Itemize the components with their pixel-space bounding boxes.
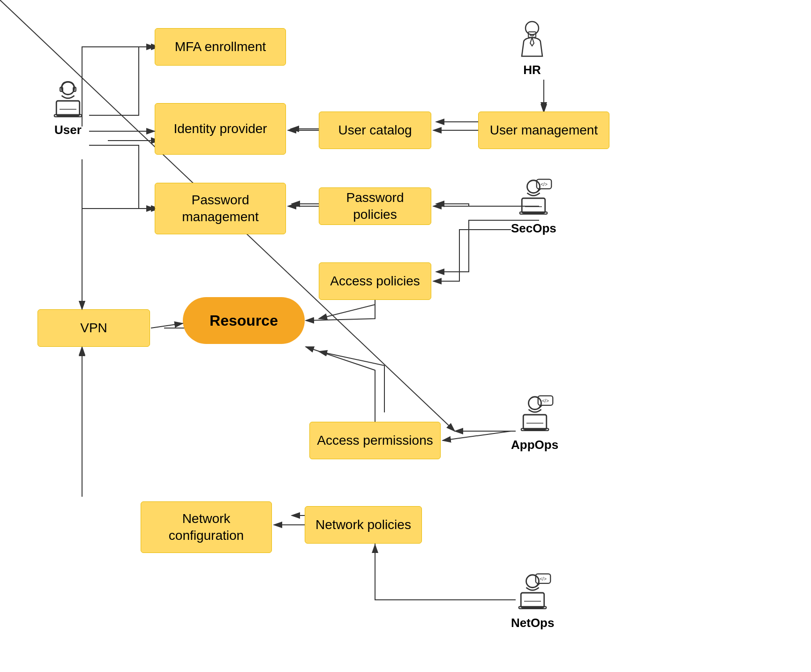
user-person: User: [47, 79, 89, 137]
mfa-box: MFA enrollment: [155, 28, 286, 66]
access-permissions-label: Access permissions: [317, 432, 433, 449]
appops-label: AppOps: [511, 438, 558, 452]
password-policies-label: Password policies: [326, 189, 424, 224]
user-management-label: User management: [490, 122, 598, 139]
svg-rect-18: [56, 101, 80, 116]
svg-line-50: [151, 323, 183, 328]
access-permissions-box: Access permissions: [309, 422, 441, 459]
network-policies-label: Network policies: [315, 516, 411, 533]
password-policies-box: Password policies: [319, 187, 431, 225]
mfa-label: MFA enrollment: [175, 38, 266, 55]
access-policies-label: Access policies: [330, 273, 420, 290]
resource-box: Resource: [183, 297, 305, 344]
svg-point-21: [526, 22, 539, 35]
user-management-box: User management: [478, 112, 609, 149]
hr-label: HR: [523, 63, 541, 77]
password-mgmt-label: Passwordmanagement: [182, 192, 258, 226]
resource-label: Resource: [210, 312, 278, 329]
user-catalog-label: User catalog: [338, 122, 412, 139]
password-management-box: Passwordmanagement: [155, 183, 286, 234]
svg-rect-39: [521, 593, 544, 608]
vpn-box: VPN: [38, 309, 150, 347]
identity-provider-box: Identity provider: [155, 103, 286, 155]
user-catalog-box: User catalog: [319, 112, 431, 149]
secops-label: SecOps: [511, 221, 556, 236]
netops-person: </> NetOps: [511, 572, 554, 630]
access-policies-box: Access policies: [319, 262, 431, 300]
svg-rect-27: [522, 198, 546, 213]
diagram-container: MFA enrollment Identity provider Passwor…: [0, 0, 811, 672]
network-config-box: Networkconfiguration: [141, 501, 272, 553]
identity-label: Identity provider: [173, 120, 267, 137]
network-policies-box: Network policies: [305, 506, 422, 544]
appops-person: </> AppOps: [511, 394, 558, 452]
svg-text:</>: </>: [541, 182, 548, 187]
svg-line-51: [443, 431, 511, 441]
network-config-label: Networkconfiguration: [169, 510, 244, 545]
svg-rect-33: [523, 415, 547, 430]
user-label: User: [54, 123, 82, 137]
netops-label: NetOps: [511, 616, 554, 630]
secops-person: </> SecOps: [511, 177, 556, 236]
vpn-label: VPN: [80, 320, 107, 336]
svg-text:</>: </>: [540, 576, 547, 582]
hr-person: HR HR: [511, 19, 553, 77]
svg-text:</>: </>: [542, 398, 549, 403]
